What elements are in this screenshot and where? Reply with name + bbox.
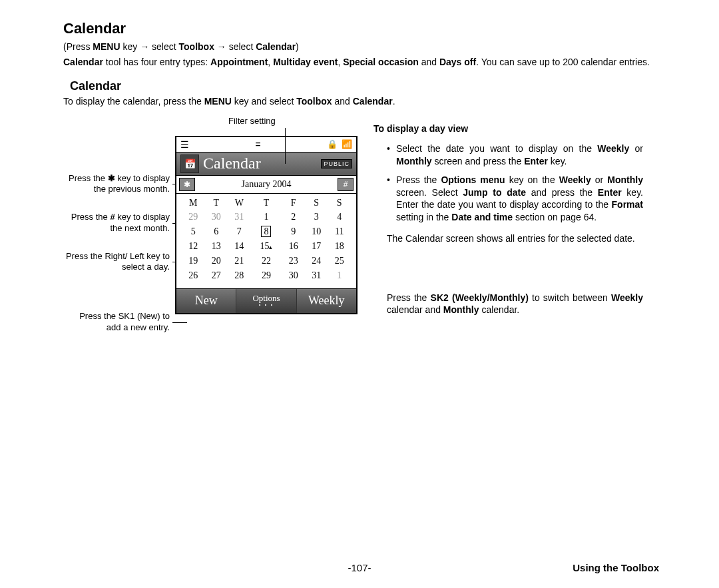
instruction-line: To display the calendar, press the MENU … <box>63 96 659 107</box>
section-label: Using the Toolbox <box>573 562 659 573</box>
callout-prev-month: Press the ✱ key to display the previous … <box>63 173 170 195</box>
hash-key: # <box>338 178 354 191</box>
bullet-select-date: Select the date you want to display on t… <box>387 143 643 167</box>
phone-screenshot: Filter setting ☰ = 🔒 📶 📅 Calendar PUBLIC <box>175 120 368 314</box>
softkey-options: Options• • • <box>236 289 296 313</box>
callout-next-month: Press the # key to display the next mont… <box>63 212 170 234</box>
filter-setting-label: Filter setting <box>228 116 276 126</box>
lock-icon: 🔒 <box>327 139 338 149</box>
intro-paragraph: Calendar tool has four entry types: Appo… <box>63 56 659 69</box>
page-title: Calendar <box>63 20 659 37</box>
calendar-note: The Calendar screen shows all entries fo… <box>387 232 643 244</box>
softkey-weekly: Weekly <box>297 289 356 313</box>
bullet-options-menu: Press the Options menu key on the Weekly… <box>387 174 643 223</box>
sk2-note: Press the SK2 (Weekly/Monthly) to switch… <box>387 292 643 316</box>
section-heading: Calendar <box>70 79 659 93</box>
calendar-icon: 📅 <box>180 154 199 173</box>
signal-icon: 📶 <box>342 139 352 149</box>
selected-day: 8 <box>261 226 271 237</box>
screen-title: Calendar <box>203 154 321 172</box>
callout-select-day: Press the Right/ Left key to select a da… <box>63 251 170 273</box>
menu-icon: ☰ <box>180 139 189 150</box>
day-view-heading: To display a day view <box>373 123 643 135</box>
calendar-grid: MTWTFSS 2930311234 567891011 12131415▴16… <box>176 194 356 288</box>
event-indicator-icon: ▴ <box>269 244 272 250</box>
softkey-new: New <box>176 289 236 313</box>
public-badge: PUBLIC <box>321 159 352 168</box>
star-key: ✱ <box>179 178 195 191</box>
callout-new-entry: Press the SK1 (New) to add a new entry. <box>63 311 170 333</box>
month-label: January 2004 <box>241 179 291 190</box>
equals-icon: = <box>255 139 260 150</box>
breadcrumb: (Press MENU key → select Toolbox → selec… <box>63 41 659 52</box>
page-number: -107- <box>348 562 371 573</box>
star-icon: ✱ <box>108 173 115 183</box>
